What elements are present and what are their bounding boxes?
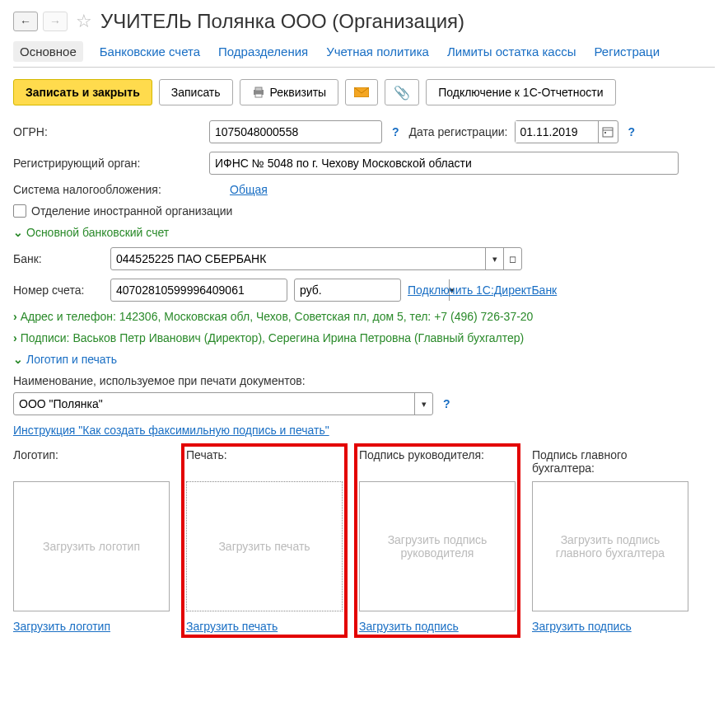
reg-body-input[interactable] [209,152,679,175]
upload-col-stamp: Печать: Загрузить печать Загрузить печат… [186,448,343,633]
tab-divisions[interactable]: Подразделения [217,41,310,62]
expander-address-label: Адрес и телефон: 142306, Московская обл,… [21,310,534,323]
svg-rect-4 [603,128,613,137]
expander-logo-stamp[interactable]: ⌄ Логотип и печать [13,353,715,366]
ogrn-help-icon[interactable]: ? [389,125,403,138]
expander-logo-stamp-label: Логотип и печать [26,353,117,366]
connect-reporting-button[interactable]: Подключение к 1С-Отчетности [426,79,615,105]
requisites-button[interactable]: Реквизиты [240,79,339,105]
expander-bank-account-label: Основной банковский счет [26,226,169,239]
ogrn-input[interactable] [209,120,382,143]
favorite-star-icon[interactable]: ☆ [76,11,92,32]
email-icon [354,87,369,97]
upload-sig-acc-label: Подпись главного бухгалтера: [532,448,688,478]
print-name-dropdown-icon[interactable]: ▾ [414,393,432,415]
upload-col-sig-head: Подпись руководителя: Загрузить подпись … [359,448,516,633]
upload-sig-acc-link[interactable]: Загрузить подпись [532,620,688,633]
write-button[interactable]: Записать [159,79,233,105]
svg-rect-1 [255,87,262,91]
upload-logo-link[interactable]: Загрузить логотип [13,620,170,633]
page-title: УЧИТЕЛЬ Полянка ООО (Организация) [100,10,464,33]
email-button[interactable] [345,79,378,105]
upload-sig-head-label: Подпись руководителя: [359,448,516,478]
requisites-label: Реквизиты [270,86,327,99]
reg-body-label: Регистрирующий орган: [13,157,203,170]
tabs-bar: Основное Банковские счета Подразделения … [13,41,715,68]
reg-date-label: Дата регистрации: [409,125,508,138]
upload-stamp-link[interactable]: Загрузить печать [186,620,343,633]
chevron-right-icon: › [13,310,17,323]
upload-sig-head-link[interactable]: Загрузить подпись [359,620,516,633]
tab-accounting-policy[interactable]: Учетная политика [324,41,431,62]
print-name-help-icon[interactable]: ? [440,397,454,410]
tab-bank-accounts[interactable]: Банковские счета [98,41,202,62]
bank-combo: ▾ ◻ [110,247,522,270]
upload-logo-box[interactable]: Загрузить логотип [13,481,170,611]
bank-input[interactable] [111,248,485,269]
direct-bank-link[interactable]: Подключить 1С:ДиректБанк [408,283,557,297]
chevron-down-icon: ⌄ [13,353,23,366]
calendar-icon[interactable] [598,121,618,143]
write-and-close-button[interactable]: Записать и закрыть [13,79,152,105]
ogrn-label: ОГРН: [13,125,203,138]
nav-forward-button[interactable]: → [43,12,68,31]
foreign-branch-label: Отделение иностранной организации [31,204,232,218]
upload-sig-acc-box[interactable]: Загрузить подпись главного бухгалтера [532,481,688,611]
account-label: Номер счета: [13,283,104,297]
tab-registrations[interactable]: Регистраци [592,41,661,62]
tax-system-link[interactable]: Общая [230,183,268,196]
tab-cash-limits[interactable]: Лимиты остатка кассы [446,41,578,62]
upload-stamp-label: Печать: [186,448,343,478]
upload-sig-head-box[interactable]: Загрузить подпись руководителя [359,481,516,611]
foreign-branch-checkbox[interactable] [13,204,26,218]
upload-stamp-box[interactable]: Загрузить печать [186,481,343,611]
expander-address[interactable]: › Адрес и телефон: 142306, Московская об… [13,310,715,323]
instruction-link[interactable]: Инструкция "Как создать факсимильную под… [13,424,329,437]
attachment-button[interactable]: 📎 [385,79,419,105]
chevron-down-icon: ⌄ [13,226,23,239]
upload-col-logo: Логотип: Загрузить логотип Загрузить лог… [13,448,170,633]
svg-rect-2 [255,94,262,97]
print-name-combo: ▾ [13,392,433,415]
bank-dropdown-icon[interactable]: ▾ [485,248,503,269]
reg-date-help-icon[interactable]: ? [625,125,639,138]
printer-icon [252,87,265,98]
upload-col-sig-acc: Подпись главного бухгалтера: Загрузить п… [532,448,688,633]
toolbar: Записать и закрыть Записать Реквизиты 📎 … [13,79,715,105]
tab-main[interactable]: Основное [13,41,83,62]
expander-signatures-label: Подписи: Васьков Петр Иванович (Директор… [21,331,525,344]
upload-logo-label: Логотип: [13,448,170,478]
bank-label: Банк: [13,252,104,265]
chevron-right-icon: › [13,331,17,344]
paperclip-icon: 📎 [394,85,410,101]
expander-signatures[interactable]: › Подписи: Васьков Петр Иванович (Директ… [13,331,715,344]
currency-combo: ▾ [294,279,401,302]
nav-back-button[interactable]: ← [13,12,38,31]
bank-open-icon[interactable]: ◻ [503,248,521,269]
account-input[interactable] [110,279,287,302]
svg-rect-6 [604,132,606,134]
reg-date-input-wrap [515,120,618,143]
tax-system-label: Система налогообложения: [13,183,223,196]
upload-grid: Логотип: Загрузить логотип Загрузить лог… [13,448,715,633]
reg-date-input[interactable] [516,121,598,143]
print-name-label: Наименование, используемое при печати до… [13,374,715,387]
print-name-input[interactable] [14,393,414,415]
expander-bank-account[interactable]: ⌄ Основной банковский счет [13,226,715,239]
